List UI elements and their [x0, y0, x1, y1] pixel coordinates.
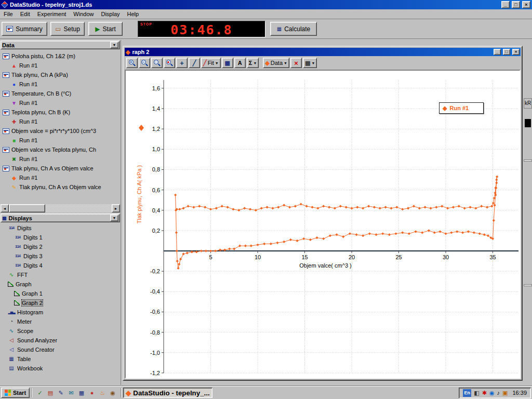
quicklaunch-document-icon[interactable]: ▤	[46, 389, 55, 397]
data-tree-item[interactable]: Tlak plynu, Ch A vs Objem valce	[1, 164, 120, 173]
quicklaunch-mail-icon[interactable]: ✉	[67, 389, 75, 397]
graph-icon	[14, 291, 20, 296]
displays-tree-item-digits-1[interactable]: 3.14Digits 1	[1, 233, 120, 242]
displays-tree-item-workbook[interactable]: ▤Workbook	[1, 364, 120, 373]
data-tree-item[interactable]: Tlak plynu, Ch A (kPa)	[1, 70, 120, 79]
sensor-icon	[3, 110, 9, 115]
data-tree-run-item[interactable]: ✚Run #1	[1, 117, 120, 126]
data-dropdown[interactable]: ◆Data▼	[263, 58, 289, 68]
start-menu-button[interactable]: Start	[1, 388, 30, 398]
graph-window-title-bar[interactable]: ◆ raph 2 _ □ ×	[125, 48, 521, 56]
tray-network-icon[interactable]: ◉	[489, 390, 495, 396]
menu-item-display[interactable]: Display	[97, 10, 123, 18]
data-tree-run-item[interactable]: ◆Run #1	[1, 173, 120, 182]
displays-tree-item-digits-4[interactable]: 3.14Digits 4	[1, 261, 120, 270]
calculator-tool-button[interactable]: ▦	[222, 58, 233, 68]
displays-panel-header[interactable]: ▦ Displays ▼	[1, 214, 120, 222]
data-tree-run-item[interactable]: ▼Run #1	[1, 98, 120, 108]
displays-tree-item-digits[interactable]: 3.14Digits	[1, 223, 120, 233]
svg-text:-1,0: -1,0	[150, 350, 160, 356]
setup-button[interactable]: ▭ Setup	[50, 22, 85, 36]
data-tree-item[interactable]: Poloha pistu, Ch 1&2 (m)	[1, 51, 120, 61]
minimize-button[interactable]: _	[501, 1, 510, 8]
digits-icon: 3.14	[14, 244, 21, 250]
app-icon	[1, 1, 8, 8]
scroll-left-arrow[interactable]: ◄	[1, 204, 9, 212]
data-tree-item[interactable]: Objem valce vs Teplota plynu, Ch	[1, 145, 120, 154]
displays-tree-item-sound-analyzer[interactable]: ◁Sound Analyzer	[1, 336, 120, 345]
data-tree-run-item[interactable]: ●Run #1	[1, 79, 120, 89]
graph-maximize-button[interactable]: □	[503, 49, 510, 55]
tray-scheduler-icon[interactable]: ▣	[502, 390, 508, 396]
setup-label: Setup	[63, 25, 79, 33]
delete-button[interactable]: ×	[290, 58, 302, 68]
menu-item-experiment[interactable]: Experiment	[34, 10, 70, 18]
menu-item-edit[interactable]: Edit	[17, 10, 34, 18]
zoom-in-button[interactable]: +	[126, 58, 138, 68]
statistics-dropdown[interactable]: Σ▼	[247, 58, 259, 68]
data-tree-run-item[interactable]: ✎Tlak plynu, Ch A vs Objem valce	[1, 182, 120, 192]
data-tree-item[interactable]: Objem valce = pi*r*r*y*100 (cm^3	[1, 126, 120, 136]
smart-tool-button[interactable]: +	[176, 58, 188, 68]
close-button[interactable]: ×	[522, 1, 530, 8]
quick-launch-bar: ✓▤✎✉▦●♨◉	[34, 389, 119, 397]
graph-settings-dropdown[interactable]: ▩▼	[303, 58, 317, 68]
taskbar-clock[interactable]: 16:39	[510, 390, 527, 396]
displays-tree-item-digits-2[interactable]: 3.14Digits 2	[1, 242, 120, 251]
tray-keyboard-icon[interactable]: ◧	[474, 390, 479, 396]
menu-item-window[interactable]: Window	[70, 10, 97, 18]
sensor-icon	[3, 72, 9, 78]
graph-minimize-button[interactable]: _	[494, 49, 501, 55]
quicklaunch-hot-icon[interactable]: ♨	[98, 389, 107, 397]
data-tree-item[interactable]: Temperature, Ch B (°C)	[1, 89, 120, 98]
maximize-button[interactable]: □	[512, 1, 520, 8]
tray-volume-icon[interactable]: ♪	[497, 390, 500, 396]
calculate-button[interactable]: ▦ Calculate	[270, 22, 317, 36]
scroll-right-arrow[interactable]: ►	[112, 204, 120, 212]
data-tree-run-item[interactable]: ■Run #1	[1, 136, 120, 145]
data-tree-run-item[interactable]: ▲Run #1	[1, 61, 120, 70]
data-tree-item[interactable]: Teplota plynu, Ch B (K)	[1, 108, 120, 117]
quicklaunch-target-icon[interactable]: ◉	[109, 389, 117, 397]
data-panel-dropdown-icon[interactable]: ▼	[110, 42, 118, 48]
scrollbar-thumb[interactable]	[9, 204, 45, 212]
data-panel-header[interactable]: Data ▼	[1, 41, 120, 49]
displays-tree-item-graph-2[interactable]: Graph 2	[1, 298, 120, 308]
displays-tree-item-sound-creator[interactable]: ◁Sound Creator	[1, 345, 120, 354]
fit-dropdown[interactable]: ╱Fit▼	[201, 58, 221, 68]
quicklaunch-table-icon[interactable]: ▦	[77, 389, 86, 397]
data-tree-run-item[interactable]: ✖Run #1	[1, 154, 120, 164]
displays-tree-item-digits-3[interactable]: 3.14Digits 3	[1, 251, 120, 261]
quicklaunch-dot-icon[interactable]: ●	[88, 389, 96, 397]
svg-text:15: 15	[301, 254, 308, 260]
graph-close-button[interactable]: ×	[512, 49, 520, 55]
summary-button[interactable]: Summary	[2, 22, 47, 36]
start-button[interactable]: ▶ Start	[88, 22, 123, 36]
menu-item-file[interactable]: File	[0, 10, 17, 18]
displays-tree-item-table[interactable]: ▦Table	[1, 354, 120, 364]
legend[interactable]: ◆ Run #1	[439, 102, 484, 114]
displays-tree-item-fft[interactable]: ∿FFT	[1, 270, 120, 280]
language-indicator[interactable]: En	[463, 389, 471, 397]
displays-panel-dropdown-icon[interactable]: ▼	[110, 215, 118, 221]
displays-tree-item-graph[interactable]: Graph	[1, 280, 120, 289]
text-annotation-button[interactable]: A	[234, 58, 246, 68]
menu-item-help[interactable]: Help	[124, 10, 143, 18]
zoom-out-button[interactable]: −	[139, 58, 150, 68]
displays-tree-item-histogram[interactable]: ▂▅▃Histogram	[1, 308, 120, 317]
plot-area[interactable]: 1,61,41,21,00,80,60,40,2-0,2-0,4-0,6-0,8…	[125, 70, 521, 379]
displays-tree-item-graph-1[interactable]: Graph 1	[1, 289, 120, 298]
scrollbar-track[interactable]	[9, 204, 112, 212]
slope-tool-button[interactable]: ╱	[189, 58, 200, 68]
triangle-up-icon: ▲	[11, 63, 17, 69]
displays-tree-item-scope[interactable]: ∿Scope	[1, 326, 120, 336]
quicklaunch-pencil-icon[interactable]: ✎	[57, 389, 65, 397]
system-tray: En ◧✱◉♪▣ 16:39	[459, 388, 531, 398]
displays-panel-title: Displays	[9, 215, 32, 221]
tray-antivirus-icon[interactable]: ✱	[482, 390, 487, 396]
taskbar-task-button[interactable]: ◆ DataStudio - tepelny_...	[123, 388, 212, 398]
scale-to-fit-button[interactable]: ●	[164, 58, 175, 68]
quicklaunch-check-icon[interactable]: ✓	[36, 389, 44, 397]
zoom-select-button[interactable]: ▫	[151, 58, 163, 68]
displays-tree-item-meter[interactable]: ◔Meter	[1, 317, 120, 326]
